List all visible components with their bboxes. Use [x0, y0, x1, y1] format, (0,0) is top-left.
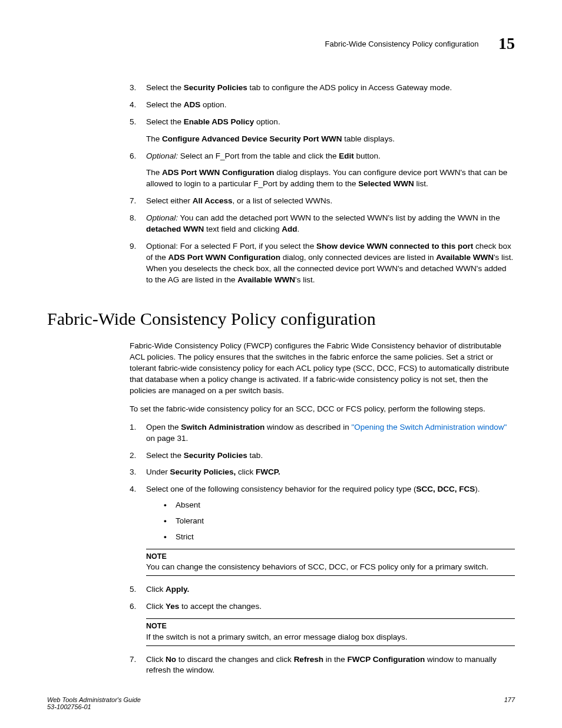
bullet-tolerant: Tolerant — [164, 516, 515, 527]
fwcp-step-2: 2. Select the Security Policies tab. — [130, 450, 515, 462]
page: Fabric-Wide Consistency Policy configura… — [0, 0, 562, 728]
step-3: 3. Select the Security Policies tab to c… — [130, 83, 515, 94]
bullet-strict: Strict — [164, 532, 515, 543]
step-7: 7. Select either All Access, or a list o… — [130, 196, 515, 207]
first-step-block: 3. Select the Security Policies tab to c… — [130, 83, 515, 285]
fwcp-step-4: 4. Select one of the following consisten… — [130, 484, 515, 543]
step-4: 4. Select the ADS option. — [130, 100, 515, 111]
bullet-absent: Absent — [164, 500, 515, 511]
step-6: 6. Optional: Select an F_Port from the t… — [130, 151, 515, 190]
fwcp-step-7: 7. Click No to discard the changes and c… — [130, 654, 515, 677]
fwcp-step-1: 1. Open the Switch Administration window… — [130, 422, 515, 444]
step-5: 5. Select the Enable ADS Policy option. … — [130, 117, 515, 145]
header-title: Fabric-Wide Consistency Policy configura… — [325, 39, 479, 48]
page-footer: 177 Web Tools Administrator's Guide 53-1… — [47, 696, 515, 710]
intro-paragraph-2: To set the fabric-wide consistency polic… — [130, 404, 515, 415]
footer-docid: 53-1002756-01 — [47, 703, 515, 710]
fwcp-step-5: 5. Click Apply. — [130, 584, 515, 595]
step-9: 9. Optional: For a selected F Port, if y… — [130, 241, 515, 286]
note-1: NOTE You can change the consistency beha… — [146, 549, 515, 576]
step-8: 8. Optional: You can add the detached po… — [130, 213, 515, 235]
footer-guide: Web Tools Administrator's Guide — [47, 696, 515, 703]
intro-block: Fabric-Wide Consistency Policy (FWCP) co… — [130, 341, 515, 676]
fwcp-step-6: 6. Click Yes to accept the changes. — [130, 601, 515, 612]
chapter-number: 15 — [498, 34, 515, 53]
running-header: Fabric-Wide Consistency Policy configura… — [47, 34, 515, 53]
fwcp-step-3: 3. Under Security Policies, click FWCP. — [130, 467, 515, 478]
link-switch-admin[interactable]: "Opening the Switch Administration windo… — [351, 423, 507, 431]
intro-paragraph-1: Fabric-Wide Consistency Policy (FWCP) co… — [130, 341, 515, 396]
section-heading: Fabric-Wide Consistency Policy configura… — [47, 309, 515, 329]
page-number: 177 — [504, 696, 515, 703]
note-2: NOTE If the switch is not a primary swit… — [146, 618, 515, 645]
